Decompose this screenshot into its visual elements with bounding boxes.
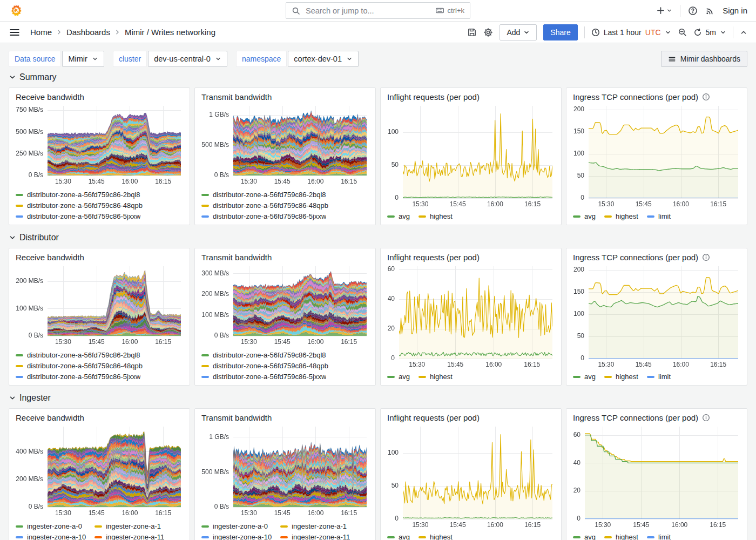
panel-title[interactable]: Receive bandwidth <box>16 413 84 422</box>
legend-item[interactable]: ingester-zone-a-10 <box>16 533 86 540</box>
legend-item[interactable]: distributor-zone-a-56fd759c86-5jxxw <box>16 212 183 220</box>
legend-item[interactable]: ingester-zone-a-0 <box>201 522 272 530</box>
section-header-summary[interactable]: Summary <box>9 72 747 82</box>
dashboard-settings-button[interactable] <box>483 28 493 37</box>
legend-item[interactable]: ingester-zone-a-11 <box>280 533 350 540</box>
clock-icon <box>591 28 600 37</box>
legend-item[interactable]: highest <box>418 212 453 220</box>
legend-label: distributor-zone-a-56fd759c86-48qpb <box>27 201 143 210</box>
panel-title[interactable]: Transmit bandwidth <box>201 253 272 262</box>
chart-summary-inflight-requests-per-pod[interactable] <box>386 102 556 210</box>
breadcrumb-home[interactable]: Home <box>30 28 52 37</box>
chart-summary-ingress-tcp-connections-per-pod[interactable] <box>572 102 741 210</box>
legend-item[interactable]: ingester-zone-a-11 <box>94 533 164 540</box>
legend-label: avg <box>399 533 410 540</box>
chart-summary-transmit-bandwidth[interactable] <box>200 102 370 187</box>
mimir-dashboards-label: Mimir dashboards <box>680 55 740 63</box>
news-button[interactable] <box>705 6 715 16</box>
panel-title[interactable]: Inflight requests (per pod) <box>387 413 480 422</box>
legend-item[interactable]: highest <box>418 533 453 540</box>
new-menu-button[interactable] <box>656 6 672 15</box>
save-dashboard-button[interactable] <box>467 28 477 37</box>
legend-item[interactable]: distributor-zone-a-56fd759c86-48qpb <box>16 362 183 370</box>
collapse-toolbar-button[interactable] <box>740 29 747 36</box>
legend-item[interactable]: highest <box>418 373 453 381</box>
variable-datasource-label[interactable]: Data source <box>9 51 61 67</box>
chart-ingester-ingress-tcp-connections-per-pod[interactable] <box>572 422 741 531</box>
legend-label: highest <box>616 373 638 381</box>
legend-swatch <box>201 354 209 356</box>
legend-item[interactable]: distributor-zone-a-56fd759c86-5jxxw <box>16 373 183 381</box>
variable-namespace-value[interactable]: cortex-dev-01 <box>288 51 359 67</box>
zoom-out-button[interactable] <box>678 28 687 37</box>
chart-distributor-transmit-bandwidth[interactable] <box>200 262 370 348</box>
legend-item[interactable]: distributor-zone-a-56fd759c86-5jxxw <box>201 373 369 381</box>
panel-title[interactable]: Receive bandwidth <box>16 92 84 102</box>
help-button[interactable] <box>688 6 698 16</box>
grafana-logo-icon[interactable] <box>9 4 23 18</box>
panel-title[interactable]: Inflight requests (per pod) <box>387 92 480 102</box>
time-range-label: Last 1 hour <box>604 28 642 37</box>
chart-distributor-receive-bandwidth[interactable] <box>15 262 184 348</box>
chart-distributor-inflight-requests-per-pod[interactable] <box>386 262 556 370</box>
legend-item[interactable]: limit <box>647 533 671 540</box>
legend-item[interactable]: limit <box>647 373 671 381</box>
hamburger-icon <box>9 26 21 38</box>
legend-item[interactable]: distributor-zone-a-56fd759c86-5jxxw <box>201 212 369 220</box>
legend-item[interactable]: highest <box>604 212 638 220</box>
panel-title[interactable]: Receive bandwidth <box>16 253 84 262</box>
info-icon[interactable] <box>702 253 710 261</box>
menu-toggle-button[interactable] <box>9 26 21 38</box>
legend-item[interactable]: avg <box>573 373 596 381</box>
legend-item[interactable]: limit <box>647 212 671 220</box>
breadcrumb-dashboards[interactable]: Dashboards <box>66 28 110 37</box>
legend-item[interactable]: highest <box>604 373 638 381</box>
info-icon[interactable] <box>702 93 710 101</box>
legend-item[interactable]: avg <box>387 373 410 381</box>
legend-item[interactable]: ingester-zone-a-0 <box>16 522 86 530</box>
legend-item[interactable]: distributor-zone-a-56fd759c86-48qpb <box>201 201 369 210</box>
add-button[interactable]: Add <box>500 24 537 40</box>
legend-item[interactable]: avg <box>573 533 596 540</box>
chart-distributor-ingress-tcp-connections-per-pod[interactable] <box>572 262 741 370</box>
time-range-picker[interactable]: Last 1 hour UTC <box>591 28 671 37</box>
legend-item[interactable]: ingester-zone-a-1 <box>94 522 164 530</box>
panel-title[interactable]: Inflight requests (per pod) <box>387 253 480 262</box>
legend-item[interactable]: distributor-zone-a-56fd759c86-2bql8 <box>201 351 369 359</box>
refresh-picker[interactable]: 5m <box>693 28 726 37</box>
search-box[interactable]: ctrl+k <box>286 2 470 19</box>
panel-title[interactable]: Ingress TCP connections (per pod) <box>573 92 698 102</box>
variable-datasource-value[interactable]: Mimir <box>62 51 104 67</box>
legend-item[interactable]: distributor-zone-a-56fd759c86-2bql8 <box>16 351 183 359</box>
chart-summary-receive-bandwidth[interactable] <box>15 102 184 187</box>
legend-item[interactable]: distributor-zone-a-56fd759c86-48qpb <box>201 362 369 370</box>
legend-item[interactable]: ingester-zone-a-1 <box>280 522 350 530</box>
section-header-ingester[interactable]: Ingester <box>9 393 747 403</box>
legend-item[interactable]: highest <box>604 533 638 540</box>
section-title: Distributor <box>19 233 59 242</box>
search-input[interactable] <box>305 6 431 16</box>
chart-ingester-inflight-requests-per-pod[interactable] <box>386 422 556 531</box>
mimir-dashboards-button[interactable]: Mimir dashboards <box>661 51 747 67</box>
panel-title[interactable]: Ingress TCP connections (per pod) <box>573 413 698 422</box>
panel-title[interactable]: Ingress TCP connections (per pod) <box>573 253 698 262</box>
legend-item[interactable]: avg <box>573 212 596 220</box>
legend-item[interactable]: distributor-zone-a-56fd759c86-2bql8 <box>201 191 369 199</box>
panel-title[interactable]: Transmit bandwidth <box>201 92 272 102</box>
legend-item[interactable]: ingester-zone-a-10 <box>201 533 272 540</box>
info-icon[interactable] <box>702 414 710 422</box>
variable-cluster-label[interactable]: cluster <box>113 51 147 67</box>
sign-in-link[interactable]: Sign in <box>723 6 747 15</box>
panel-title[interactable]: Transmit bandwidth <box>201 413 272 422</box>
legend-item[interactable]: distributor-zone-a-56fd759c86-2bql8 <box>16 191 183 199</box>
section-header-distributor[interactable]: Distributor <box>9 233 747 242</box>
share-button[interactable]: Share <box>543 24 577 40</box>
variable-namespace-label[interactable]: namespace <box>236 51 287 67</box>
chart-ingester-transmit-bandwidth[interactable] <box>200 422 370 519</box>
variable-cluster-value[interactable]: dev-us-central-0 <box>148 51 227 67</box>
chart-ingester-receive-bandwidth[interactable] <box>15 422 184 519</box>
variable-value-text: cortex-dev-01 <box>294 55 342 63</box>
legend-item[interactable]: avg <box>387 533 410 540</box>
legend-item[interactable]: distributor-zone-a-56fd759c86-48qpb <box>16 201 183 210</box>
legend-item[interactable]: avg <box>387 212 410 220</box>
